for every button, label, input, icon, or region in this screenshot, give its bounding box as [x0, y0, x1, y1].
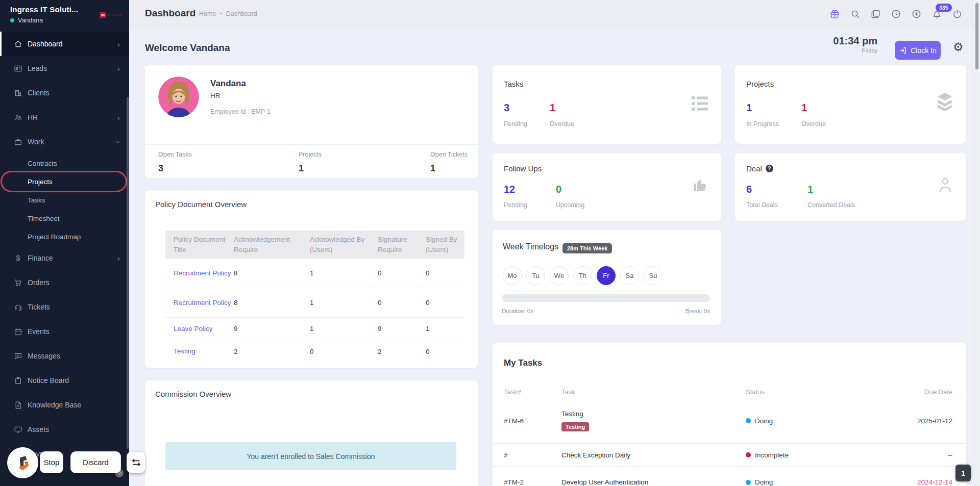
- cell: 0: [378, 269, 426, 277]
- sidebar-subitem-tasks[interactable]: Tasks: [0, 191, 129, 209]
- sidebar-item-label: Leads: [28, 64, 47, 72]
- table-row[interactable]: #TM-2 Develop User Authentication Doing …: [493, 466, 966, 486]
- clock-icon[interactable]: [890, 8, 901, 19]
- user-name: Vandana: [18, 17, 43, 24]
- policy-link[interactable]: Recruitment Policy: [174, 298, 234, 308]
- sidebar-item-clients[interactable]: Clients: [0, 81, 129, 105]
- question-circle-icon[interactable]: ?: [766, 165, 773, 172]
- table-row: Leave Policy 9 1 9 1: [165, 318, 464, 340]
- clipboard-icon: [14, 376, 22, 385]
- weekday-selector: Mo Tu We Th Fr Sa Su: [503, 266, 663, 285]
- sidebar-subitem-timesheet[interactable]: Timesheet: [0, 209, 129, 227]
- search-icon[interactable]: [849, 8, 861, 19]
- day-pill-th[interactable]: Th: [573, 266, 592, 285]
- sidebar-item-orders[interactable]: Orders: [0, 270, 129, 295]
- sidebar-item-label: Finance: [28, 254, 53, 262]
- sidebar-item-messages[interactable]: Messages: [0, 344, 129, 368]
- deal-title: Deal ?: [746, 164, 773, 173]
- task-cell: Check Exception Daily: [561, 451, 746, 459]
- notes-icon[interactable]: [870, 8, 881, 19]
- projects-stat-card: Projects 1 In Progress 1 Overdue: [735, 65, 966, 144]
- sidebar-item-knowledge-base[interactable]: Knowledge Base: [0, 393, 129, 417]
- swap-button[interactable]: [127, 451, 145, 473]
- sidebar-subitem-contracts[interactable]: Contracts: [0, 154, 129, 172]
- sidebar-item-notice-board[interactable]: Notice Board: [0, 368, 129, 393]
- tasks-overdue-label: Overdue: [550, 120, 574, 127]
- open-tasks-value: 3: [158, 163, 163, 174]
- policy-link[interactable]: Leave Policy: [174, 324, 234, 334]
- table-row[interactable]: # Check Exception Daily Incomplete --: [493, 443, 966, 466]
- gear-icon[interactable]: ⚙: [953, 41, 964, 53]
- projects-overdue-label: Overdue: [801, 120, 826, 127]
- breadcrumb-home[interactable]: Home: [199, 10, 216, 17]
- sidebar-subitem-projects[interactable]: Projects: [0, 172, 129, 191]
- day-pill-fr[interactable]: Fr: [597, 266, 616, 285]
- sidebar-scrollbar[interactable]: [127, 97, 129, 449]
- status-cell: Doing: [746, 478, 886, 486]
- discard-button[interactable]: Discard: [70, 451, 121, 473]
- window-scrollbar[interactable]: [973, 0, 980, 486]
- task-name[interactable]: Testing: [561, 410, 746, 418]
- projects-overdue-value: 1: [801, 102, 807, 114]
- stop-button[interactable]: Stop: [40, 451, 63, 473]
- day-pill-sa[interactable]: Sa: [620, 266, 639, 285]
- policy-link[interactable]: Recruitment Policy: [174, 268, 234, 278]
- list-icon: [691, 95, 709, 112]
- status-cell: Doing: [746, 417, 886, 425]
- profile-card: Vandana HR Employee Id : EMP-1 Open Task…: [145, 65, 478, 178]
- followups-pending-value: 12: [504, 184, 515, 195]
- sidebar-item-assets[interactable]: Assets: [0, 417, 129, 442]
- sidebar-item-label: Orders: [28, 278, 50, 287]
- task-name[interactable]: Develop User Authentication: [561, 478, 746, 486]
- bell-icon[interactable]: 335: [931, 8, 942, 19]
- sidebar-item-finance[interactable]: $ Finance ›: [0, 246, 129, 270]
- power-icon[interactable]: [951, 8, 963, 19]
- task-name[interactable]: Check Exception Daily: [561, 451, 746, 459]
- day-pill-mo[interactable]: Mo: [503, 266, 522, 285]
- clock-in-button[interactable]: Clock In: [895, 41, 941, 60]
- sidebar-item-work[interactable]: Work ›: [0, 130, 129, 154]
- day-pill-we[interactable]: We: [550, 266, 569, 285]
- sidebar-item-dashboard[interactable]: Dashboard ›: [0, 32, 129, 56]
- layers-icon: [936, 92, 954, 112]
- status-label: Doing: [755, 478, 773, 486]
- home-icon: [14, 40, 22, 48]
- sidebar-item-leads[interactable]: Leads ›: [0, 56, 129, 81]
- follow-ups-title: Follow Ups: [504, 164, 542, 173]
- scrollbar-thumb[interactable]: [975, 3, 978, 69]
- projects-label: Projects: [299, 151, 322, 158]
- deal-card: Deal ? 6 Total Deals 1 Converted Deals: [735, 153, 966, 221]
- deal-total-label: Total Deals: [746, 201, 778, 209]
- sidebar-item-events[interactable]: Events: [0, 319, 129, 344]
- day-pill-tu[interactable]: Tu: [526, 266, 545, 285]
- cell: 0: [426, 348, 468, 355]
- table-row[interactable]: #TM-6 Testing Testing Doing 2025-01-12: [493, 398, 966, 443]
- sidebar-subitem-project-roadmap[interactable]: Project Roadmap: [0, 227, 129, 246]
- status-dot-doing: [746, 480, 751, 485]
- commission-overview-card: Commission Overview You aren't enrolled …: [145, 380, 478, 486]
- brand-logo: IN GRESS: [100, 12, 123, 18]
- status-label: Incomplete: [755, 451, 789, 459]
- due-date-overdue: 2024-12-14: [886, 478, 952, 486]
- col-header: Status: [746, 388, 886, 396]
- recorder-logo[interactable]: [7, 447, 38, 478]
- sidebar-item-label: Clients: [28, 89, 50, 97]
- plus-circle-icon[interactable]: [911, 8, 922, 19]
- page-title: Dashboard: [145, 8, 195, 19]
- sidebar-item-hr[interactable]: HR ›: [0, 105, 129, 130]
- sidebar-item-tickets[interactable]: Tickets: [0, 295, 129, 319]
- cell: 1: [310, 269, 378, 277]
- sidebar-item-label: Work: [28, 138, 44, 146]
- chat-icon: [14, 352, 22, 361]
- chevron-right-icon: ›: [117, 40, 120, 48]
- policy-table: Policy Document Title Acknowledgement Re…: [165, 231, 464, 363]
- welcome-heading: Welcome Vandana: [145, 42, 230, 54]
- day-pill-su[interactable]: Su: [644, 266, 663, 285]
- brand-logo-text: GRESS: [107, 13, 123, 17]
- time-day: Friday: [786, 47, 877, 54]
- task-id: #TM-6: [504, 417, 561, 425]
- cell: 2: [378, 348, 426, 355]
- policy-link[interactable]: Testing: [174, 346, 234, 356]
- projects-inprogress-value: 1: [746, 102, 752, 114]
- gift-icon[interactable]: [829, 8, 840, 19]
